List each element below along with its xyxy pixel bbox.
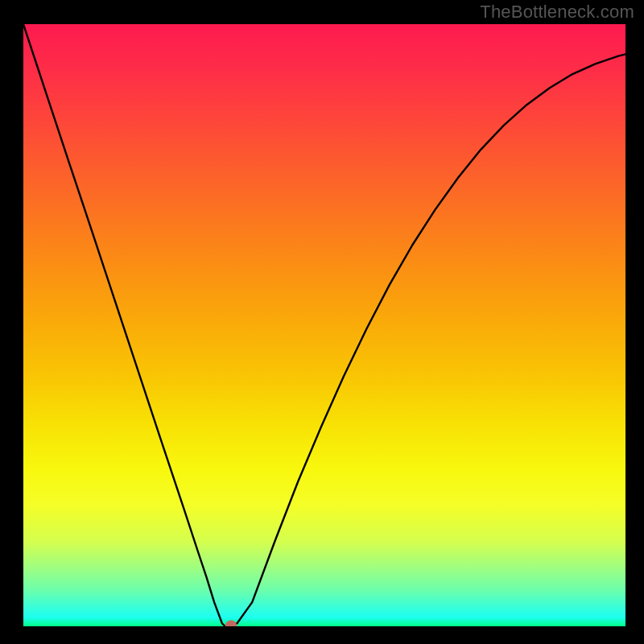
chart-root: TheBottleneck.com	[0, 0, 644, 644]
plot-background	[23, 24, 625, 626]
bottleneck-plot	[0, 0, 644, 644]
watermark-text: TheBottleneck.com	[480, 2, 634, 23]
